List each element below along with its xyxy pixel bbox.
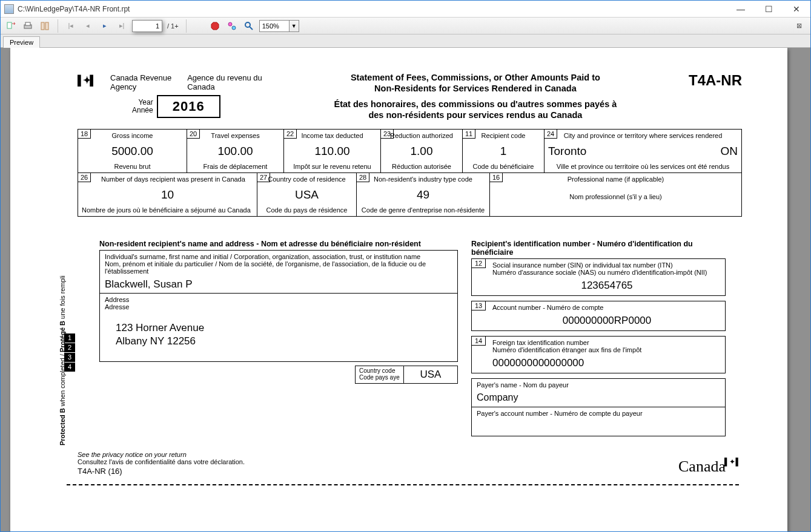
box-11-value: 1 <box>466 145 540 158</box>
minimize-button[interactable]: — <box>727 1 755 18</box>
prev-page-button[interactable]: ◂ <box>81 19 94 33</box>
stop-button[interactable] <box>208 19 222 33</box>
box-20-value: 100.00 <box>191 145 280 158</box>
country-code-box: Country codeCode pays aye USA <box>355 366 458 384</box>
recipient-section: Protected B when completed / Protégé B u… <box>78 240 458 441</box>
box-12-value: 123654765 <box>492 280 721 292</box>
agency-fr: Agence du revenu duCanada <box>187 73 262 91</box>
recipient-name: Blackwell, Susan P <box>105 278 452 291</box>
zoom-input[interactable] <box>260 21 289 31</box>
form-version: T4A-NR (16) <box>78 467 742 476</box>
zoom-dropdown-icon[interactable]: ▼ <box>289 21 299 31</box>
svg-point-8 <box>245 22 250 27</box>
report-viewer-window: C:\WinLedgePay\T4A-NR Front.rpt — ☐ ✕ |◂… <box>0 0 811 532</box>
last-page-button[interactable]: ▸| <box>115 19 128 33</box>
parameters-button[interactable] <box>225 19 239 33</box>
copy-marks: 1 2 3 4 <box>64 333 75 372</box>
print-button[interactable] <box>21 19 35 33</box>
toolbar: |◂ ◂ ▸ ▸| / 1+ ▼ ⊠ <box>1 18 810 34</box>
box-24-value: TorontoON <box>548 145 738 158</box>
box-22-value: 110.00 <box>288 145 377 158</box>
title-bar: C:\WinLedgePay\T4A-NR Front.rpt — ☐ ✕ <box>1 1 810 18</box>
export-button[interactable] <box>4 19 18 33</box>
box-14: 14 Foreign tax identification number Num… <box>471 336 726 373</box>
box-14-value: 0000000000000000 <box>492 357 721 369</box>
canada-wordmark: Canada▌✦▌ <box>678 458 742 476</box>
report-viewport: ▌✦▌ Canada RevenueAgency Agence du reven… <box>1 48 810 531</box>
svg-marker-5 <box>211 22 219 30</box>
svg-rect-3 <box>41 22 44 30</box>
tear-line <box>67 484 739 485</box>
svg-rect-4 <box>45 22 48 30</box>
t4a-nr-form: ▌✦▌ Canada RevenueAgency Agence du reven… <box>78 72 742 485</box>
box-18-value: 5000.00 <box>82 145 183 158</box>
form-code: T4A-NR <box>689 72 742 89</box>
close-pane-button[interactable]: ⊠ <box>793 21 804 31</box>
box-28-value: 49 <box>360 188 486 202</box>
svg-rect-0 <box>7 22 12 28</box>
box-12: 12 Social insurance number (SIN) or indi… <box>471 258 726 296</box>
zoom-select[interactable]: ▼ <box>259 20 299 32</box>
box-26-value: 10 <box>82 188 253 202</box>
find-button[interactable] <box>242 19 256 33</box>
amounts-row-2: 26Number of days recipient was present i… <box>78 173 742 217</box>
svg-point-6 <box>228 22 232 26</box>
address-line-2: Albany NY 12256 <box>116 335 452 348</box>
recipient-address-box: Address Adresse 123 Horner Avenue Albany… <box>99 294 458 362</box>
form-title: Statement of Fees, Commissions, or Other… <box>262 72 689 120</box>
box-23-value: 1.00 <box>385 145 458 158</box>
window-title: C:\WinLedgePay\T4A-NR Front.rpt <box>18 5 727 13</box>
payer-account-box: Payer's account number - Numéro de compt… <box>471 407 726 436</box>
address-line-1: 123 Horner Avenue <box>116 321 452 335</box>
payer-name-value: Company <box>477 392 721 403</box>
footer-notes: See the privacy notice on your return Co… <box>78 451 742 465</box>
box-13-value: 000000000RP0000 <box>492 315 721 327</box>
svg-rect-2 <box>25 22 30 25</box>
app-icon <box>4 4 14 14</box>
amounts-row-1: 18Gross income5000.00Revenu brut 20Trave… <box>78 129 742 173</box>
country-code-value: USA <box>404 366 457 383</box>
first-page-button[interactable]: |◂ <box>64 19 78 33</box>
page-number-input[interactable] <box>132 20 162 32</box>
next-page-button[interactable]: ▸ <box>98 19 111 33</box>
year-label: YearAnnée <box>132 99 153 114</box>
close-button[interactable]: ✕ <box>783 1 810 18</box>
payer-name-box: Payer's name - Nom du payeur Company <box>471 378 726 407</box>
refresh-button[interactable] <box>38 19 51 33</box>
recipient-name-box: Individual's surname, first name and ini… <box>99 250 458 294</box>
svg-line-9 <box>250 27 253 30</box>
report-page: ▌✦▌ Canada RevenueAgency Agence du reven… <box>10 48 787 531</box>
canada-flag-icon: ▌✦▌ <box>78 73 104 87</box>
year-value: 2016 <box>157 95 220 118</box>
agency-en: Canada RevenueAgency <box>110 73 171 91</box>
tab-bar: Preview <box>1 34 810 48</box>
page-total-label: / 1+ <box>166 22 180 30</box>
tab-preview[interactable]: Preview <box>3 36 40 48</box>
identification-section: Recipient's identification number - Numé… <box>471 240 726 441</box>
svg-point-7 <box>232 26 236 30</box>
maximize-button[interactable]: ☐ <box>755 1 783 18</box>
box-13: 13 Account number - Numéro de compte 000… <box>471 301 726 331</box>
box-27-value: USA <box>261 188 353 202</box>
